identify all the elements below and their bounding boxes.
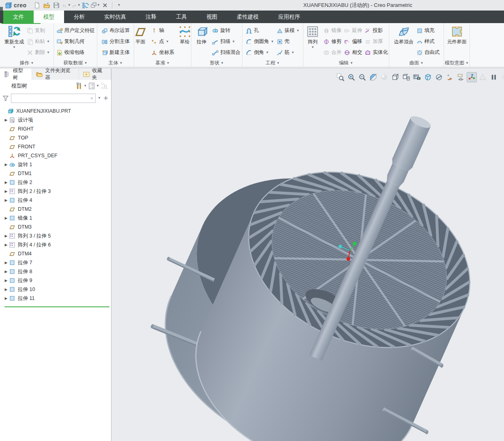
view-manager-button[interactable] (412, 72, 422, 82)
expand-arrow-icon[interactable]: ▶ (3, 270, 9, 274)
tree-item[interactable]: RIGHT (0, 124, 111, 133)
tree-item[interactable]: ▶拉伸 10 (0, 285, 111, 294)
tree-item[interactable]: DTM1 (0, 169, 111, 178)
expand-arrow-icon[interactable]: ▶ (3, 189, 9, 193)
perspective-button[interactable] (423, 72, 433, 82)
tab-menu-4[interactable]: 注释 (136, 11, 166, 23)
tree-item[interactable]: ▶拉伸 8 (0, 267, 111, 276)
tree-item[interactable]: ▶旋转 1 (0, 160, 111, 169)
expand-arrow-icon[interactable]: ▶ (3, 180, 9, 184)
expand-arrow-icon[interactable]: ▶ (3, 163, 9, 167)
customize-button[interactable]: ▼ (115, 1, 123, 9)
tree-item[interactable]: ▶设计项 (0, 116, 111, 124)
ribbon-button-plane[interactable]: 平面 (134, 24, 150, 45)
tab-menu-2[interactable]: 分析 (64, 11, 94, 23)
ribbon-button-pattern[interactable]: 阵列▼ (303, 24, 322, 49)
navigator-tab-2[interactable]: 收藏夹 (79, 69, 111, 80)
ribbon-button-freestyle[interactable]: 自由式 (416, 47, 441, 58)
ribbon-button-offset[interactable]: 偏移 (343, 36, 363, 47)
tree-item[interactable]: ▶镜像 1 (0, 214, 111, 223)
tree-item[interactable]: ▶拉伸 4 (0, 196, 111, 205)
object-drag-button[interactable] (500, 72, 504, 82)
ribbon-button-boundary-blend[interactable]: 边界混合 (392, 24, 415, 45)
filter-funnel-icon[interactable] (2, 95, 9, 101)
expand-arrow-icon[interactable]: ▶ (3, 243, 9, 247)
ribbon-button-delete[interactable]: 删除▼ (26, 47, 51, 58)
ribbon-button-extend[interactable]: 延伸 (343, 25, 363, 36)
clear-search-icon[interactable]: × (88, 95, 95, 101)
search-options-dropdown-icon[interactable]: ▼ (98, 96, 101, 100)
expand-arrow-icon[interactable]: ▶ (3, 287, 9, 291)
tree-item[interactable]: DTM3 (0, 223, 111, 231)
ribbon-button-axis[interactable]: 轴 (150, 25, 175, 36)
tree-item[interactable]: ▶阵列 2 / 拉伸 3 (0, 187, 111, 196)
ribbon-group-label[interactable]: 曲面▼ (389, 59, 444, 67)
ribbon-button-sketch[interactable]: 草绘 (176, 24, 191, 45)
tree-item[interactable]: ▶拉伸 2 (0, 178, 111, 187)
tab-file[interactable]: 文件 (3, 11, 34, 23)
zoom-out-button[interactable] (357, 72, 367, 82)
tree-item[interactable]: DTM2 (0, 205, 111, 214)
close-window-button[interactable] (101, 1, 109, 9)
tree-item[interactable]: ▶阵列 3 / 拉伸 5 (0, 231, 111, 240)
tree-item[interactable]: FRONT (0, 142, 111, 151)
undo-button[interactable]: ▼ (62, 1, 70, 9)
shading-style-button[interactable] (379, 72, 389, 82)
save-button[interactable] (52, 1, 60, 9)
display-style-button[interactable] (390, 72, 400, 82)
add-filter-icon[interactable] (103, 95, 109, 101)
ribbon-button-intersect[interactable]: 相交 (343, 47, 363, 58)
tree-tools-button[interactable]: ▼ (75, 82, 87, 90)
ribbon-group-label[interactable]: 操作▼ (0, 59, 54, 67)
ribbon-button-copy-geometry[interactable]: 复制几何 (56, 36, 96, 47)
ribbon-button-fill[interactable]: 填充 (416, 25, 441, 36)
window-switch-button[interactable]: ▼ (91, 1, 99, 9)
ribbon-button-draft[interactable]: 拔模▼ (276, 25, 300, 36)
ribbon-group-label[interactable]: 主体▼ (97, 59, 134, 67)
ribbon-button-hole[interactable]: 孔 (245, 25, 275, 36)
ribbon-group-label[interactable]: 工程▼ (242, 59, 303, 67)
ribbon-button-solidify[interactable]: 实体化 (364, 47, 389, 58)
ribbon-button-merge[interactable]: 合并 (322, 47, 342, 58)
tab-menu-1[interactable]: 模型 (34, 11, 64, 23)
expand-arrow-icon[interactable]: ▶ (3, 261, 9, 265)
graphics-viewport[interactable] (112, 68, 504, 441)
ribbon-button-paste[interactable]: 粘贴▼ (26, 36, 51, 47)
ribbon-button-chamfer[interactable]: 倒角▼ (245, 47, 275, 58)
open-folder-button[interactable] (43, 1, 51, 9)
ribbon-group-label[interactable]: 编辑▼ (303, 59, 389, 67)
spin-center-button[interactable] (467, 72, 477, 82)
ribbon-button-point[interactable]: 点▼ (150, 36, 175, 47)
ribbon-button-rib[interactable]: 筋▼ (276, 47, 300, 58)
ribbon-button-revolve[interactable]: 旋转 (211, 25, 241, 36)
ribbon-button-csys[interactable]: 坐标系 (150, 47, 175, 58)
tree-item[interactable]: ▶拉伸 9 (0, 276, 111, 285)
expand-arrow-icon[interactable]: ▶ (3, 216, 9, 220)
tree-item[interactable]: PRT_CSYS_DEF (0, 151, 111, 160)
repaint-button[interactable] (368, 72, 378, 82)
ribbon-button-round[interactable]: 倒圆角▼ (245, 36, 275, 47)
tree-search-input[interactable] (11, 94, 88, 103)
ribbon-group-label[interactable]: 基准▼ (134, 59, 191, 67)
tree-item[interactable]: ▶阵列 4 / 拉伸 6 (0, 240, 111, 249)
ribbon-button-new-body[interactable]: 新建主体 (101, 47, 131, 58)
ribbon-button-shrinkwrap[interactable]: 收缩包络 (56, 47, 96, 58)
expand-arrow-icon[interactable]: ▶ (3, 296, 9, 300)
sections-button[interactable] (434, 72, 444, 82)
insert-here-line[interactable] (4, 306, 109, 307)
annotation-display-button[interactable] (456, 72, 466, 82)
new-file-button[interactable] (33, 1, 41, 9)
ribbon-button-thicken[interactable]: 加厚 (364, 36, 389, 47)
refit-button[interactable] (335, 72, 345, 82)
ribbon-button-component-interface[interactable]: 元件界面 (446, 24, 468, 45)
tree-settings-button[interactable]: ▼ (88, 82, 99, 90)
ribbon-button-sweep[interactable]: 扫描▼ (211, 36, 241, 47)
tab-menu-5[interactable]: 工具 (166, 11, 197, 23)
tree-item[interactable]: DTM4 (0, 249, 111, 258)
ribbon-button-boolean[interactable]: 布尔运算 (101, 25, 131, 36)
expand-arrow-icon[interactable]: ▶ (3, 198, 9, 202)
tree-item[interactable]: TOP (0, 133, 111, 142)
ribbon-button-swept-blend[interactable]: 扫描混合 (211, 47, 241, 58)
expand-arrow-icon[interactable]: ▶ (3, 118, 9, 122)
ribbon-button-project[interactable]: 投影 (364, 25, 389, 36)
